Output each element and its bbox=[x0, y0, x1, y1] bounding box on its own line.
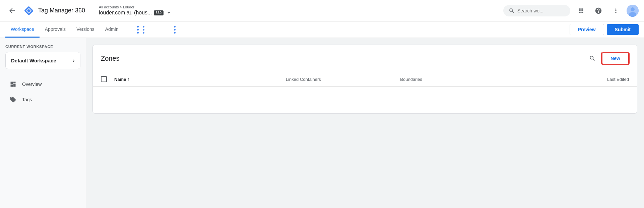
back-button[interactable] bbox=[5, 4, 19, 17]
sidebar-nav: Overview Tags bbox=[5, 77, 80, 107]
col-header-linked: Linked Containers bbox=[286, 77, 400, 82]
workspace-card-name: Default Workspace bbox=[11, 58, 56, 63]
overview-icon bbox=[9, 81, 17, 88]
sidebar-item-overview-label: Overview bbox=[22, 82, 42, 87]
user-avatar[interactable] bbox=[627, 5, 639, 17]
search-bar[interactable] bbox=[503, 5, 570, 16]
badge-360: 360 bbox=[154, 10, 163, 15]
zones-header: Zones New bbox=[93, 45, 637, 72]
sort-arrow[interactable]: ↑ bbox=[127, 76, 130, 82]
col-header-name: Name ↑ bbox=[114, 76, 286, 82]
app-title: Tag Manager 360 bbox=[38, 7, 85, 14]
account-area: All accounts > Louder louder.com.au (hou… bbox=[99, 5, 172, 16]
sidebar-item-tags-label: Tags bbox=[22, 97, 32, 102]
sidebar-item-tags[interactable]: Tags bbox=[5, 93, 80, 107]
zones-title: Zones bbox=[101, 55, 586, 62]
tabs-actions: Preview Submit bbox=[570, 24, 639, 35]
workspace-card-arrow: › bbox=[73, 57, 75, 64]
zones-empty-body bbox=[93, 87, 637, 113]
dots-indicators bbox=[137, 26, 144, 34]
sidebar: CURRENT WORKSPACE Default Workspace › Ov… bbox=[0, 38, 86, 208]
content-area: Zones New Name ↑ Linked Containers bbox=[86, 38, 644, 208]
breadcrumb: All accounts > Louder bbox=[99, 5, 172, 9]
preview-button[interactable]: Preview bbox=[570, 24, 604, 35]
new-button[interactable]: New bbox=[602, 52, 629, 64]
search-input[interactable] bbox=[517, 8, 558, 13]
dots-indicators-2 bbox=[174, 26, 176, 34]
top-header: Tag Manager 360 All accounts > Louder lo… bbox=[0, 0, 644, 21]
zones-search-button[interactable] bbox=[586, 52, 599, 65]
zones-table-header: Name ↑ Linked Containers Boundaries Last… bbox=[93, 72, 637, 87]
tab-approvals[interactable]: Approvals bbox=[40, 21, 71, 38]
tab-versions[interactable]: Versions bbox=[71, 21, 100, 38]
help-button[interactable] bbox=[592, 4, 605, 17]
tags-icon bbox=[9, 96, 17, 103]
select-all-checkbox[interactable] bbox=[101, 76, 107, 82]
search-icon bbox=[509, 8, 515, 14]
tab-admin[interactable]: Admin bbox=[100, 21, 124, 38]
apps-grid-button[interactable] bbox=[574, 4, 588, 17]
main-layout: CURRENT WORKSPACE Default Workspace › Ov… bbox=[0, 38, 644, 208]
container-row: louder.com.au (hous... 360 bbox=[99, 9, 172, 16]
sidebar-section-label: CURRENT WORKSPACE bbox=[5, 45, 80, 49]
container-dropdown-button[interactable] bbox=[166, 9, 172, 16]
submit-button[interactable]: Submit bbox=[607, 24, 639, 35]
gtm-logo bbox=[23, 5, 35, 17]
workspace-card[interactable]: Default Workspace › bbox=[5, 52, 80, 69]
tab-workspace[interactable]: Workspace bbox=[5, 21, 40, 38]
container-name: louder.com.au (hous... bbox=[99, 10, 152, 16]
col-header-last-edited: Last Edited bbox=[515, 77, 629, 82]
col-header-boundaries: Boundaries bbox=[400, 77, 514, 82]
zones-card: Zones New Name ↑ Linked Containers bbox=[92, 45, 637, 114]
more-options-button[interactable] bbox=[609, 4, 623, 17]
vertical-divider bbox=[92, 4, 92, 17]
logo-area: Tag Manager 360 bbox=[23, 5, 85, 17]
sidebar-item-overview[interactable]: Overview bbox=[5, 77, 80, 91]
tabs-bar: Workspace Approvals Versions Admin bbox=[0, 21, 644, 38]
select-all-checkbox-col bbox=[101, 76, 114, 82]
svg-point-4 bbox=[631, 7, 635, 11]
